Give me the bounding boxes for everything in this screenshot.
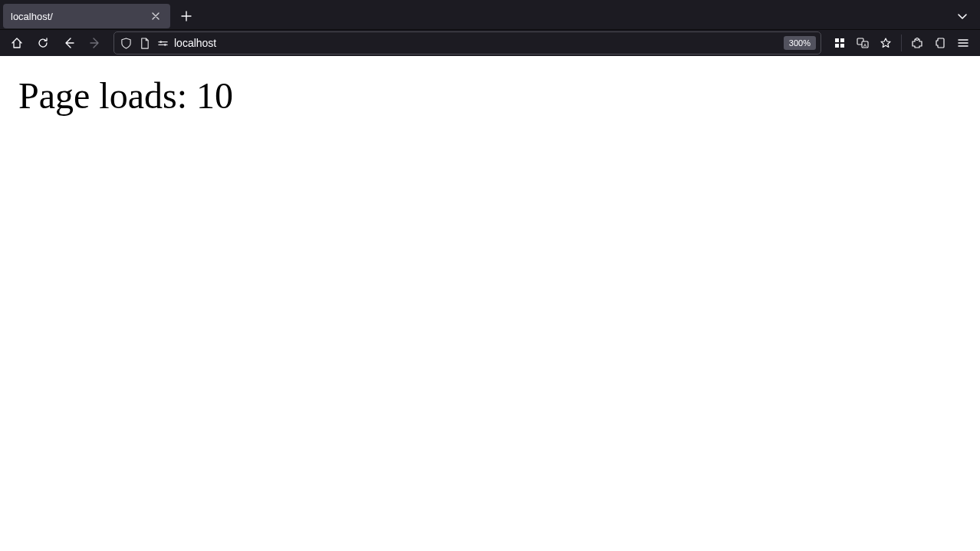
back-button[interactable] — [58, 32, 80, 54]
container-icon[interactable] — [829, 32, 850, 54]
page-icon[interactable] — [137, 36, 151, 50]
tab-title: localhost/ — [11, 11, 143, 22]
shield-icon[interactable] — [119, 36, 133, 50]
tabs-dropdown-button[interactable] — [951, 5, 974, 28]
translate-icon[interactable]: A — [852, 32, 873, 54]
zoom-indicator[interactable]: 300% — [784, 36, 816, 50]
url-input[interactable] — [174, 37, 779, 49]
browser-chrome: localhost/ — [0, 0, 980, 56]
tab-bar: localhost/ — [0, 0, 980, 29]
bookmark-star-icon[interactable] — [875, 32, 896, 54]
forward-button[interactable] — [84, 32, 106, 54]
nav-toolbar: 300% A — [0, 29, 980, 56]
separator — [901, 35, 902, 51]
address-bar[interactable]: 300% — [113, 31, 821, 54]
home-button[interactable] — [6, 32, 28, 54]
svg-text:A: A — [863, 43, 867, 48]
svg-rect-5 — [840, 44, 844, 48]
svg-rect-3 — [840, 38, 844, 42]
extensions-icon[interactable] — [929, 32, 951, 54]
addon-icon[interactable] — [906, 32, 928, 54]
svg-rect-4 — [835, 44, 839, 48]
tab-localhost[interactable]: localhost/ — [3, 4, 170, 28]
close-icon[interactable] — [149, 9, 163, 23]
permissions-icon[interactable] — [156, 36, 169, 50]
page-content: Page loads: 10 — [0, 56, 980, 135]
app-menu-button[interactable] — [952, 32, 974, 54]
toolbar-right-icons: A — [829, 32, 974, 54]
svg-rect-2 — [835, 38, 839, 42]
svg-point-9 — [916, 38, 919, 41]
reload-button[interactable] — [32, 32, 54, 54]
new-tab-button[interactable] — [175, 5, 198, 28]
page-heading: Page loads: 10 — [18, 74, 962, 117]
